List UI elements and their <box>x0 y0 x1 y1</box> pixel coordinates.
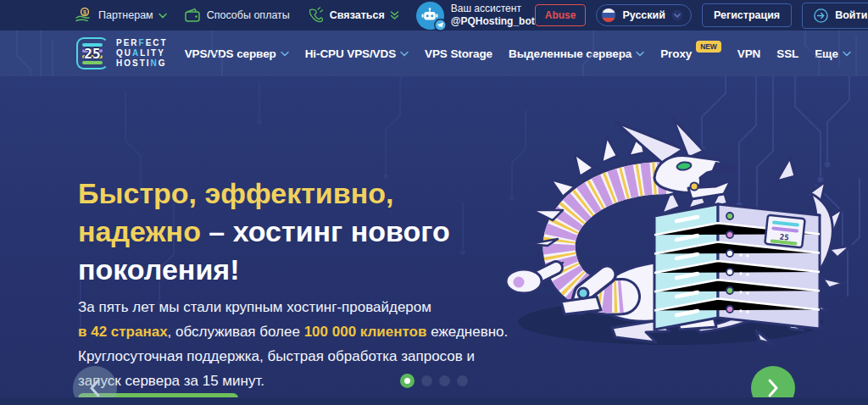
nav-item-proxy[interactable]: Proxy NEW <box>660 47 721 60</box>
hero-banner: 25 Быстро, эффективно, надежно – хостинг… <box>0 76 868 405</box>
chevron-down-icon <box>843 51 851 57</box>
nav-menu: VPS/VDS сервер Hi-CPU VPS/VDS VPS Storag… <box>185 47 851 60</box>
payment-methods-label: Способы оплаты <box>207 9 290 21</box>
nav-item-dedicated[interactable]: Выделенные сервера <box>509 47 644 60</box>
carousel-dots <box>0 373 868 388</box>
chevron-down-icon <box>281 51 289 57</box>
svg-text:$: $ <box>83 9 86 16</box>
abuse-button[interactable]: Abuse <box>535 4 587 26</box>
chevron-down-icon <box>159 13 167 19</box>
nav-item-vps-vds[interactable]: VPS/VDS сервер <box>185 47 289 60</box>
site-logo[interactable]: 25 PERFECT QUALITY HOSTING <box>76 37 168 69</box>
telegram-badge-icon <box>434 19 447 31</box>
carousel-dot-2[interactable] <box>421 375 432 386</box>
language-selector[interactable]: Русский <box>596 4 692 26</box>
partners-menu[interactable]: $ Партнерам <box>75 7 167 24</box>
hero-description-line: Круглосуточная поддержка, быстрая обрабо… <box>78 344 508 369</box>
chevron-down-icon <box>671 9 683 21</box>
billing-login-button[interactable]: Войти в биллинг <box>802 3 868 29</box>
robot-icon <box>416 2 444 30</box>
next-section-edge <box>0 397 868 405</box>
payment-methods-link[interactable]: Способы оплаты <box>184 8 290 24</box>
carousel-dot-1[interactable] <box>400 374 415 388</box>
wallet-icon <box>184 8 202 24</box>
hero-description-line: За пять лет мы стали крупным хостинг-про… <box>78 295 508 319</box>
new-badge: NEW <box>696 41 721 53</box>
nav-item-more[interactable]: Еще <box>815 47 851 60</box>
chevron-down-double-icon <box>390 11 399 20</box>
logo-server-icon: 25 <box>76 37 108 69</box>
dragon-illustration: 25 <box>488 78 868 374</box>
nav-item-ssl[interactable]: SSL <box>776 47 798 60</box>
hero-title: Быстро, эффективно, надежно – хостинг но… <box>78 175 450 289</box>
assistant-handle: @PQHosting_bot <box>451 15 535 27</box>
carousel-dot-3[interactable] <box>439 375 450 386</box>
carousel-dot-4[interactable] <box>457 375 468 386</box>
nav-item-vpn[interactable]: VPN <box>737 47 760 60</box>
register-button[interactable]: Регистрация <box>702 3 792 27</box>
chevron-down-icon <box>400 51 409 57</box>
svg-text:25: 25 <box>779 232 789 241</box>
nav-item-hicpu[interactable]: Hi-CPU VPS/VDS <box>305 47 409 60</box>
telegram-assistant-link[interactable]: Ваш ассистент @PQHosting_bot <box>416 2 535 30</box>
assistant-caption: Ваш ассистент <box>451 3 521 14</box>
hand-coin-icon: $ <box>75 7 93 24</box>
top-utility-bar: $ Партнерам Способы оплаты <box>0 0 868 31</box>
language-label: Русский <box>622 9 665 21</box>
hero-description-line: в 42 странах, обслуживая более 100 000 к… <box>78 319 508 344</box>
contact-menu[interactable]: Связаться <box>307 7 399 24</box>
logo-wordmark: PERFECT QUALITY HOSTING <box>116 38 168 69</box>
contact-label: Связаться <box>330 9 385 21</box>
chevron-down-icon <box>636 51 644 57</box>
phone-icon <box>307 7 325 24</box>
logo-25-badge: 25 <box>84 46 100 62</box>
partners-label: Партнерам <box>98 9 153 21</box>
arrow-right-circle-icon <box>814 8 828 23</box>
nav-item-vps-storage[interactable]: VPS Storage <box>425 47 492 60</box>
russia-flag-icon <box>601 8 616 23</box>
main-navigation-bar: 25 PERFECT QUALITY HOSTING VPS/VDS серве… <box>0 31 868 76</box>
